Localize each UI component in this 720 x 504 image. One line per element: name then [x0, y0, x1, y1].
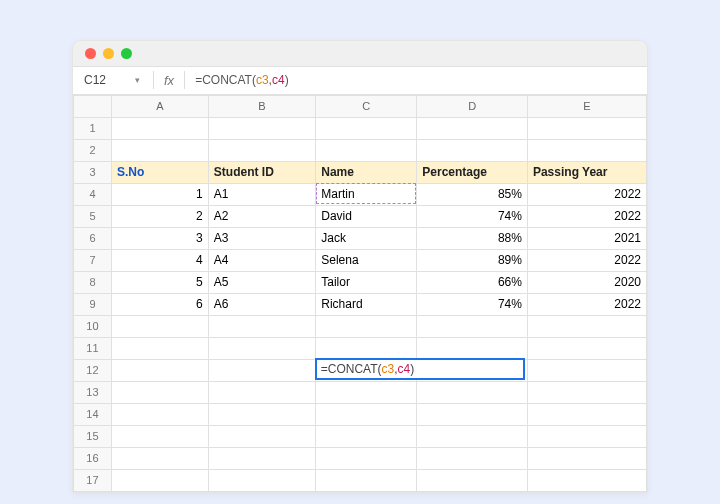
cell[interactable]	[527, 425, 646, 447]
cell[interactable]	[208, 139, 315, 161]
select-all-corner[interactable]	[74, 95, 112, 117]
row-header[interactable]: 1	[74, 117, 112, 139]
cell[interactable]: 2022	[527, 249, 646, 271]
cell[interactable]	[527, 117, 646, 139]
cell[interactable]: Name	[316, 161, 417, 183]
cell[interactable]	[527, 139, 646, 161]
cell[interactable]	[208, 315, 315, 337]
cell[interactable]: Jack	[316, 227, 417, 249]
row-header[interactable]: 15	[74, 425, 112, 447]
cell[interactable]	[111, 337, 208, 359]
col-header-D[interactable]: D	[417, 95, 528, 117]
cell[interactable]: Martin	[316, 183, 417, 205]
cell[interactable]: S.No	[111, 161, 208, 183]
cell[interactable]	[527, 403, 646, 425]
cell[interactable]: 2022	[527, 183, 646, 205]
cell[interactable]	[111, 315, 208, 337]
cell[interactable]	[111, 491, 208, 492]
row-header[interactable]: 13	[74, 381, 112, 403]
row-header[interactable]: 9	[74, 293, 112, 315]
cell[interactable]: 2022	[527, 293, 646, 315]
close-icon[interactable]	[85, 48, 96, 59]
cell[interactable]	[417, 491, 528, 492]
chevron-down-icon[interactable]: ▾	[135, 75, 140, 85]
cell[interactable]: 74%	[417, 293, 528, 315]
cell[interactable]	[417, 117, 528, 139]
cell[interactable]: Passing Year	[527, 161, 646, 183]
cell[interactable]: 66%	[417, 271, 528, 293]
cell[interactable]	[208, 469, 315, 491]
cell[interactable]: 6	[111, 293, 208, 315]
cell[interactable]	[208, 403, 315, 425]
row-header[interactable]: 5	[74, 205, 112, 227]
cell[interactable]	[417, 337, 528, 359]
cell[interactable]	[417, 403, 528, 425]
cell[interactable]	[527, 447, 646, 469]
cell[interactable]	[527, 469, 646, 491]
cell[interactable]	[208, 381, 315, 403]
cell[interactable]: A5	[208, 271, 315, 293]
cell[interactable]	[316, 491, 417, 492]
cell[interactable]: A6	[208, 293, 315, 315]
cell[interactable]	[527, 337, 646, 359]
formula-bar[interactable]: =CONCAT(c3,c4)	[191, 73, 293, 87]
row-header[interactable]: 7	[74, 249, 112, 271]
cell[interactable]: David	[316, 205, 417, 227]
row-header[interactable]: 18	[74, 491, 112, 492]
spreadsheet-grid[interactable]: A B C D E 123S.NoStudent IDNamePercentag…	[73, 95, 647, 492]
cell[interactable]	[208, 117, 315, 139]
cell[interactable]: 1	[111, 183, 208, 205]
cell[interactable]: A3	[208, 227, 315, 249]
cell[interactable]: 4	[111, 249, 208, 271]
row-header[interactable]: 3	[74, 161, 112, 183]
cell[interactable]	[417, 315, 528, 337]
cell[interactable]: 88%	[417, 227, 528, 249]
cell[interactable]: Percentage	[417, 161, 528, 183]
cell[interactable]: 5	[111, 271, 208, 293]
row-header[interactable]: 8	[74, 271, 112, 293]
cell[interactable]	[316, 469, 417, 491]
cell[interactable]	[527, 315, 646, 337]
minimize-icon[interactable]	[103, 48, 114, 59]
cell[interactable]	[208, 359, 315, 381]
row-header[interactable]: 4	[74, 183, 112, 205]
maximize-icon[interactable]	[121, 48, 132, 59]
col-header-C[interactable]: C	[316, 95, 417, 117]
row-header[interactable]: 17	[74, 469, 112, 491]
cell[interactable]	[111, 381, 208, 403]
row-header[interactable]: 10	[74, 315, 112, 337]
row-header[interactable]: 16	[74, 447, 112, 469]
cell[interactable]	[417, 381, 528, 403]
cell[interactable]: A1	[208, 183, 315, 205]
cell[interactable]	[208, 425, 315, 447]
name-box[interactable]: C12 ▾	[77, 69, 147, 91]
cell[interactable]	[208, 447, 315, 469]
cell[interactable]: Richard	[316, 293, 417, 315]
cell[interactable]: A2	[208, 205, 315, 227]
cell[interactable]	[527, 359, 646, 381]
cell[interactable]	[316, 447, 417, 469]
cell[interactable]: 74%	[417, 205, 528, 227]
cell[interactable]: Student ID	[208, 161, 315, 183]
cell[interactable]	[316, 337, 417, 359]
cell[interactable]	[417, 425, 528, 447]
cell[interactable]: 2	[111, 205, 208, 227]
cell[interactable]	[111, 403, 208, 425]
col-header-A[interactable]: A	[111, 95, 208, 117]
cell[interactable]: 89%	[417, 249, 528, 271]
cell[interactable]: 2020	[527, 271, 646, 293]
cell[interactable]	[417, 139, 528, 161]
fx-icon[interactable]: fx	[160, 73, 178, 88]
cell[interactable]	[111, 469, 208, 491]
cell[interactable]: 2021	[527, 227, 646, 249]
cell[interactable]: A4	[208, 249, 315, 271]
cell[interactable]	[417, 469, 528, 491]
cell[interactable]: Selena	[316, 249, 417, 271]
cell[interactable]	[316, 359, 417, 381]
cell[interactable]: 2022	[527, 205, 646, 227]
cell[interactable]	[316, 117, 417, 139]
cell[interactable]	[316, 315, 417, 337]
cell[interactable]	[208, 491, 315, 492]
cell[interactable]	[527, 491, 646, 492]
cell[interactable]	[208, 337, 315, 359]
